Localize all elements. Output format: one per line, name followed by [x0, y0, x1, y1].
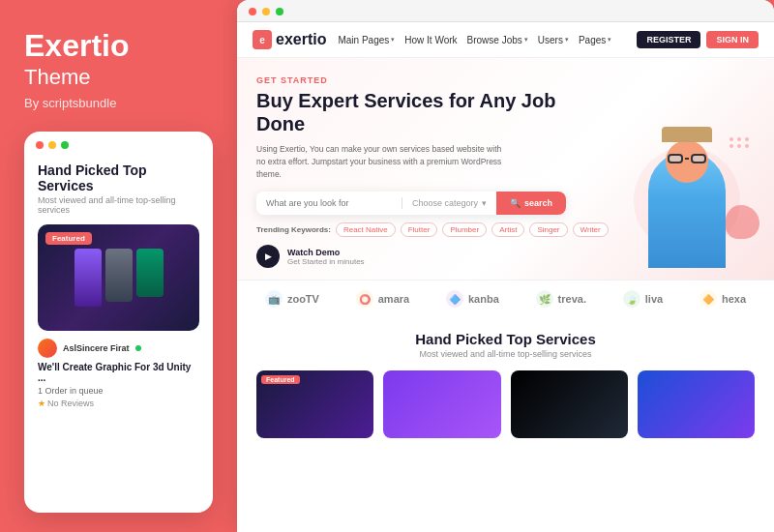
glasses-bridge: [685, 158, 689, 160]
search-bar: Choose category ▾ 🔍 search: [256, 192, 566, 215]
left-panel: Exertio Theme By scriptsbundle Hand Pick…: [0, 0, 237, 532]
signin-button[interactable]: SIGN IN: [706, 31, 759, 48]
service-queue: 1 Order in queue: [38, 386, 199, 396]
nav-links: Main Pages ▾ How It Work Browse Jobs ▾ U…: [338, 35, 625, 45]
nav-main-pages[interactable]: Main Pages ▾: [338, 35, 395, 45]
service-image-card: Featured: [38, 224, 199, 331]
partner-liva: 🍃 liva: [623, 290, 663, 308]
deco-dot: [729, 137, 733, 141]
right-panel: e exertio Main Pages ▾ How It Work Brows…: [237, 0, 774, 532]
search-input[interactable]: [256, 192, 402, 215]
card-body: Hand Picked Top Services Most viewed and…: [24, 155, 213, 513]
partner-kanba: 🔷 kanba: [446, 290, 499, 308]
hero-section: GET STARTED Buy Expert Services for Any …: [237, 58, 774, 280]
glasses-right: [691, 154, 706, 163]
deco-dot: [745, 144, 749, 148]
keyword-flutter[interactable]: Flutter: [401, 222, 438, 237]
partner-hexa: 🔶 hexa: [700, 290, 746, 308]
play-button[interactable]: ▶: [256, 245, 280, 268]
browser-dot-yellow: [262, 8, 270, 15]
hero-content: GET STARTED Buy Expert Services for Any …: [256, 75, 610, 268]
chevron-down-icon: ▾: [482, 198, 487, 208]
verified-dot: [135, 345, 141, 351]
liva-icon: 🍃: [623, 290, 640, 308]
mobile-preview-card: Hand Picked Top Services Most viewed and…: [24, 132, 213, 513]
service-card-2[interactable]: [383, 370, 500, 438]
hero-person: [619, 75, 755, 268]
partners-bar: 📺 zooTV ⭕ amara 🔷 kanba 🌿 treva. 🍃 liva …: [237, 280, 774, 317]
section-title: Hand Picked Top Services: [256, 331, 755, 347]
nav-users[interactable]: Users ▾: [538, 35, 569, 45]
trending-keywords: Trending Keywords: React Native Flutter …: [256, 222, 610, 237]
hero-description: Using Exertio, You can make your own ser…: [256, 143, 508, 180]
card-section-title: Hand Picked Top Services: [38, 163, 199, 193]
service-card-3[interactable]: [511, 370, 628, 438]
dot-red: [36, 141, 44, 149]
browser-chrome: [237, 0, 774, 22]
brand-name: Exertio: [24, 29, 213, 63]
zootv-icon: 📺: [265, 290, 283, 308]
dot-green: [61, 141, 69, 149]
deco-dot: [745, 137, 749, 141]
author-name: AslSincere Firat: [63, 343, 130, 353]
chevron-down-icon: ▾: [524, 36, 528, 44]
logo-text: exertio: [276, 31, 326, 48]
partner-amara: ⭕ amara: [356, 290, 409, 308]
service-card-1[interactable]: Featured: [256, 370, 373, 438]
keyword-singer[interactable]: Singer: [529, 222, 567, 237]
nav-pages[interactable]: Pages ▾: [579, 35, 611, 45]
services-grid: Featured: [256, 370, 755, 438]
featured-badge: Featured: [45, 232, 92, 245]
deco-blob: [726, 205, 759, 239]
partner-zootv: 📺 zooTV: [265, 290, 319, 308]
service-card-4[interactable]: [638, 370, 755, 438]
watch-demo[interactable]: ▶ Watch Demo Get Started in minutes: [256, 245, 610, 268]
dot-yellow: [48, 141, 56, 149]
brand-subtitle: Theme: [24, 65, 213, 90]
person-hat: [662, 127, 712, 142]
service-figures: [74, 249, 164, 307]
logo-icon: e: [253, 30, 272, 49]
hexa-icon: 🔶: [700, 290, 717, 308]
stars: ★ No Reviews: [38, 399, 199, 408]
chevron-down-icon: ▾: [565, 36, 569, 44]
deco-dot: [737, 144, 741, 148]
bottom-section: Hand Picked Top Services Most viewed and…: [237, 317, 774, 532]
keyword-plumber[interactable]: Plumber: [442, 222, 487, 237]
nav-actions: REGISTER SIGN IN: [637, 31, 759, 48]
keyword-artist[interactable]: Artist: [491, 222, 524, 237]
nav-how-it-work[interactable]: How It Work: [404, 35, 457, 45]
card-dots: [24, 132, 213, 155]
site-logo: e exertio: [253, 30, 326, 49]
person-head: [666, 140, 708, 183]
figure-1: [74, 249, 102, 307]
section-subtitle: Most viewed and all-time top-selling ser…: [256, 349, 755, 359]
watch-demo-label: Watch Demo: [287, 248, 365, 257]
featured-badge-1: Featured: [261, 375, 300, 384]
treva-icon: 🌿: [536, 290, 553, 308]
service-title: We'll Create Graphic For 3d Unity ...: [38, 362, 199, 383]
deco-dot: [729, 144, 733, 148]
figure-3: [136, 249, 164, 297]
site-nav: e exertio Main Pages ▾ How It Work Brows…: [237, 22, 774, 58]
hero-get-started: GET STARTED: [256, 75, 610, 85]
deco-dots: [729, 137, 750, 148]
watch-sub-label: Get Started in minutes: [287, 257, 365, 266]
register-button[interactable]: REGISTER: [637, 31, 700, 48]
search-category[interactable]: Choose category ▾: [402, 192, 496, 215]
hero-illustration: [624, 133, 750, 268]
star-icon: ★: [38, 399, 45, 408]
watch-text-group: Watch Demo Get Started in minutes: [287, 248, 365, 266]
deco-dot: [737, 137, 741, 141]
keyword-react-native[interactable]: React Native: [336, 222, 396, 237]
brand-by: By scriptsbundle: [24, 96, 213, 110]
figure-2: [105, 249, 133, 302]
kanba-icon: 🔷: [446, 290, 463, 308]
card-section-sub: Most viewed and all-time top-selling ser…: [38, 195, 199, 215]
search-icon: 🔍: [510, 198, 521, 208]
search-button[interactable]: 🔍 search: [496, 192, 566, 215]
amara-icon: ⭕: [356, 290, 373, 308]
browser-dot-green: [276, 8, 283, 15]
nav-browse-jobs[interactable]: Browse Jobs ▾: [467, 35, 528, 45]
keyword-writer[interactable]: Writer: [573, 222, 609, 237]
